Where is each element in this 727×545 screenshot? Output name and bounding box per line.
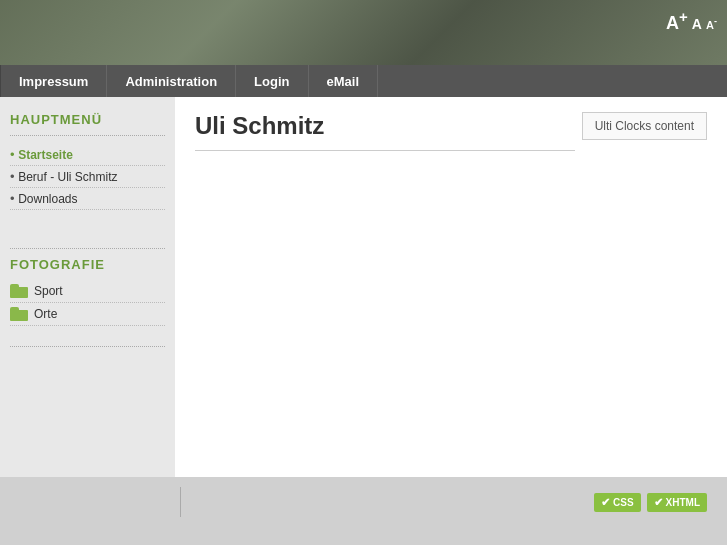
hauptmenu-divider <box>10 135 165 136</box>
nav-item-impressum[interactable]: Impressum <box>0 65 107 97</box>
list-item: Startseite <box>10 144 165 166</box>
footer-divider <box>180 487 181 517</box>
startseite-link[interactable]: Startseite <box>18 148 73 162</box>
css-badge-label: CSS <box>613 497 634 508</box>
font-increase-button[interactable]: A+ <box>666 8 688 34</box>
hauptmenu-list: Startseite Beruf - Uli Schmitz Downloads <box>10 144 165 210</box>
content-header: Uli Schmitz Ulti Clocks content <box>195 112 707 140</box>
xhtml-badge[interactable]: ✔ XHTML <box>647 493 707 512</box>
list-item: Orte <box>10 303 165 326</box>
xhtml-badge-label: XHTML <box>666 497 700 508</box>
content-divider <box>195 150 575 151</box>
list-item: Downloads <box>10 188 165 210</box>
sidebar: HAUPTMENÜ Startseite Beruf - Uli Schmitz… <box>0 97 175 477</box>
nav-item-email[interactable]: eMail <box>309 65 379 97</box>
folder-icon <box>10 307 28 321</box>
downloads-link[interactable]: Downloads <box>18 192 77 206</box>
main-wrapper: HAUPTMENÜ Startseite Beruf - Uli Schmitz… <box>0 97 727 477</box>
header-background <box>0 0 727 65</box>
fotografie-divider-top <box>10 248 165 249</box>
nav-spacer <box>378 65 727 97</box>
content-area: Uli Schmitz Ulti Clocks content <box>175 97 727 477</box>
footer-badges: ✔ CSS ✔ XHTML <box>594 493 707 512</box>
list-item: Beruf - Uli Schmitz <box>10 166 165 188</box>
font-normal-button[interactable]: A <box>692 16 702 32</box>
ulti-clocks-widget: Ulti Clocks content <box>582 112 707 140</box>
css-check-icon: ✔ <box>601 496 610 509</box>
sport-link[interactable]: Sport <box>34 284 63 298</box>
css-badge[interactable]: ✔ CSS <box>594 493 641 512</box>
fotografie-divider-bottom <box>10 346 165 347</box>
nav-item-login[interactable]: Login <box>236 65 308 97</box>
header-banner: A+ A A- <box>0 0 727 65</box>
hauptmenu-title: HAUPTMENÜ <box>10 112 165 127</box>
nav-item-administration[interactable]: Administration <box>107 65 236 97</box>
font-size-controls: A+ A A- <box>666 8 717 34</box>
fotografie-title: FOTOGRAFIE <box>10 257 165 272</box>
nav-bar: Impressum Administration Login eMail <box>0 65 727 97</box>
font-decrease-button[interactable]: A- <box>706 16 717 31</box>
folder-icon <box>10 284 28 298</box>
xhtml-check-icon: ✔ <box>654 496 663 509</box>
fotografie-list: Sport Orte <box>10 280 165 326</box>
beruf-link[interactable]: Beruf - Uli Schmitz <box>18 170 117 184</box>
list-item: Sport <box>10 280 165 303</box>
orte-link[interactable]: Orte <box>34 307 57 321</box>
footer: ✔ CSS ✔ XHTML <box>0 477 727 527</box>
page-title: Uli Schmitz <box>195 112 324 140</box>
